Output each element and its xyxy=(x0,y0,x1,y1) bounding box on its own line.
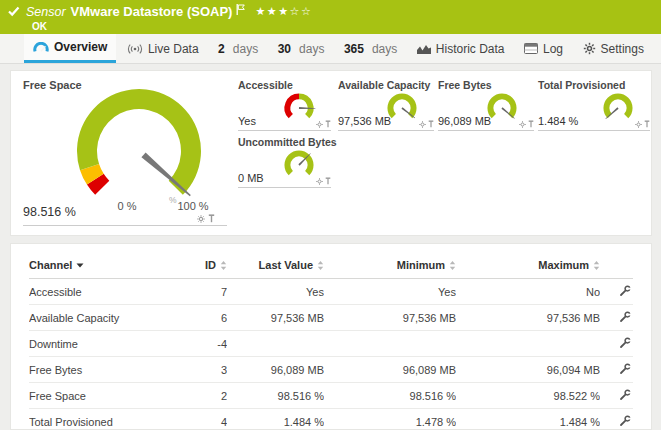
cell-id: 4 xyxy=(179,409,227,430)
gauge-gear-icon[interactable] xyxy=(316,121,323,128)
gauge-gear-icon[interactable] xyxy=(197,215,205,223)
sensor-title: VMware Datastore (SOAP) xyxy=(71,4,233,19)
cell-last-value: 1.484 % xyxy=(227,409,324,430)
object-type-label: Sensor xyxy=(26,5,66,19)
cell-id: 2 xyxy=(179,383,227,409)
small-gauge-accessible: Accessible Yes xyxy=(238,79,331,131)
sort-desc-icon xyxy=(76,263,84,268)
table-row: Free Bytes396,089 MB96,089 MB96,094 MB xyxy=(29,357,633,383)
small-gauge-total-provisioned: Total Provisioned 1.484 % xyxy=(538,79,650,131)
tab-overview[interactable]: Overview xyxy=(24,34,116,63)
col-header-channel[interactable]: Channel xyxy=(29,254,179,279)
small-gauge-value: 1.484 % xyxy=(538,115,578,127)
channel-table-panel: Channel ID Last Value Minimum Maximum Ac… xyxy=(10,243,652,430)
live-signal-icon xyxy=(127,43,143,55)
cell-channel: Total Provisioned xyxy=(29,409,179,430)
sensor-header: Sensor VMware Datastore (SOAP) ★★★☆☆ OK xyxy=(0,0,661,34)
gauge-pin-icon[interactable] xyxy=(644,120,650,128)
cell-maximum xyxy=(456,331,600,357)
table-row: Available Capacity697,536 MB97,536 MB97,… xyxy=(29,305,633,331)
cell-id: 3 xyxy=(179,357,227,383)
cell-maximum: 1.484 % xyxy=(456,409,600,430)
gear-icon xyxy=(583,42,596,55)
channel-settings-button[interactable] xyxy=(619,415,631,427)
tab-historic-data[interactable]: Historic Data xyxy=(408,34,514,63)
gauge-pin-icon[interactable] xyxy=(428,120,434,128)
col-header-actions xyxy=(600,254,633,279)
sort-both-icon xyxy=(593,261,600,270)
cell-channel: Accessible xyxy=(29,279,179,305)
small-gauge-uncommitted-bytes: Uncommitted Bytes 0 MB xyxy=(238,136,331,188)
small-gauge-value: Yes xyxy=(238,115,256,127)
small-gauges-grid: Accessible Yes Available Capacity 97,536… xyxy=(238,79,643,227)
tab-365-days[interactable]: 365days xyxy=(335,34,406,63)
small-gauge-value: 96,089 MB xyxy=(438,115,491,127)
area-chart-icon xyxy=(417,43,431,54)
channel-settings-button[interactable] xyxy=(619,337,631,349)
table-header-row: Channel ID Last Value Minimum Maximum xyxy=(29,254,633,279)
channel-settings-button[interactable] xyxy=(619,311,631,323)
channel-settings-button[interactable] xyxy=(619,285,631,297)
small-gauge-value: 0 MB xyxy=(238,172,264,184)
total-provisioned-gauge-dial xyxy=(598,88,638,128)
cell-minimum: Yes xyxy=(324,279,456,305)
priority-flag-icon[interactable] xyxy=(236,4,245,15)
free-space-gauge-dial: % xyxy=(59,79,219,207)
cell-last-value: 98.516 % xyxy=(227,383,324,409)
col-header-maximum[interactable]: Maximum xyxy=(456,254,600,279)
gauge-pin-icon[interactable] xyxy=(325,120,331,128)
tab-live-data[interactable]: Live Data xyxy=(118,34,208,63)
cell-last-value: 96,089 MB xyxy=(227,357,324,383)
channel-table-body: Accessible7YesYesNoAvailable Capacity697… xyxy=(29,279,633,430)
gauge-pin-icon[interactable] xyxy=(528,120,534,128)
gauge-min-label: 0 % xyxy=(107,200,147,212)
cell-channel: Downtime xyxy=(29,331,179,357)
cell-minimum: 98.516 % xyxy=(324,383,456,409)
table-row: Total Provisioned41.484 %1.478 %1.484 % xyxy=(29,409,633,430)
col-header-id[interactable]: ID xyxy=(179,254,227,279)
small-gauge-free-bytes: Free Bytes 96,089 MB xyxy=(438,79,534,131)
channel-settings-button[interactable] xyxy=(619,363,631,375)
cell-channel: Free Space xyxy=(29,383,179,409)
gauge-gear-icon[interactable] xyxy=(635,121,642,128)
status-check-icon xyxy=(8,6,20,17)
gauge-gear-icon[interactable] xyxy=(316,178,323,185)
tab-2-days[interactable]: 2days xyxy=(209,34,267,63)
sensor-status-badge: OK xyxy=(32,21,661,32)
cell-id: 6 xyxy=(179,305,227,331)
wrench-icon xyxy=(619,363,631,375)
tab-settings[interactable]: Settings xyxy=(574,34,653,63)
tab-settings-label: Settings xyxy=(601,42,644,56)
tab-overview-label: Overview xyxy=(54,40,107,54)
tab-bar: Overview Live Data 2days 30days 365days … xyxy=(0,34,661,64)
gauge-gear-icon[interactable] xyxy=(419,121,426,128)
gauge-pin-icon[interactable] xyxy=(325,177,331,185)
cell-minimum: 1.478 % xyxy=(324,409,456,430)
free-space-value: 98.516 % xyxy=(23,205,76,219)
gauge-gear-icon[interactable] xyxy=(519,121,526,128)
cell-last-value: 97,536 MB xyxy=(227,305,324,331)
tab-log[interactable]: Log xyxy=(515,34,572,63)
small-gauge-value: 97,536 MB xyxy=(338,115,391,127)
uncommitted-bytes-gauge-dial xyxy=(279,145,319,185)
cell-maximum: No xyxy=(456,279,600,305)
cell-minimum: 96,089 MB xyxy=(324,357,456,383)
gauge-icon xyxy=(33,42,49,53)
col-header-last-value[interactable]: Last Value xyxy=(227,254,324,279)
col-header-minimum[interactable]: Minimum xyxy=(324,254,456,279)
gauge-pin-icon[interactable] xyxy=(208,214,215,223)
accessible-gauge-dial xyxy=(279,88,319,128)
priority-stars[interactable]: ★★★☆☆ xyxy=(255,5,312,18)
cell-maximum: 96,094 MB xyxy=(456,357,600,383)
channel-settings-button[interactable] xyxy=(619,389,631,401)
wrench-icon xyxy=(619,389,631,401)
cell-maximum: 97,536 MB xyxy=(456,305,600,331)
wrench-icon xyxy=(619,337,631,349)
wrench-icon xyxy=(619,285,631,297)
tab-30-days[interactable]: 30days xyxy=(269,34,334,63)
cell-minimum xyxy=(324,331,456,357)
sort-both-icon xyxy=(220,261,227,270)
tab-live-data-label: Live Data xyxy=(148,42,199,56)
cell-last-value: Yes xyxy=(227,279,324,305)
sort-both-icon xyxy=(449,261,456,270)
